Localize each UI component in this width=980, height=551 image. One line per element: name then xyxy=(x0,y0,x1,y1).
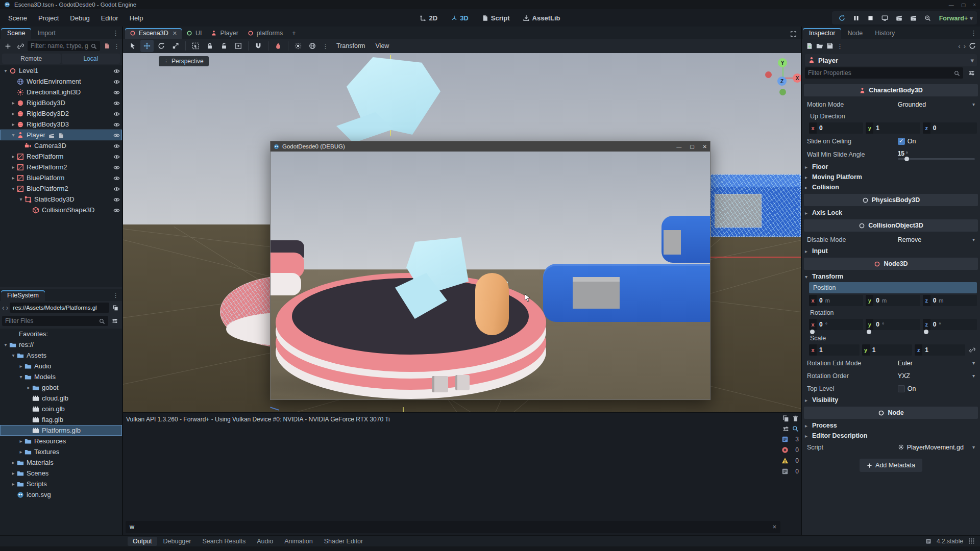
group-node-button[interactable] xyxy=(232,40,245,52)
workspace-tab-assetlib[interactable]: AssetLib xyxy=(519,13,565,23)
renderer-selector[interactable]: Forward+ ▾ xyxy=(939,14,973,22)
output-clear-button[interactable] xyxy=(792,415,799,422)
menu-debug[interactable]: Debug xyxy=(65,13,94,23)
tree-arrow-icon[interactable]: ▸ xyxy=(10,460,17,465)
instance-scene-button[interactable] xyxy=(15,40,26,52)
tree-item-redplatform2[interactable]: ▸ RedPlatform2 xyxy=(0,162,122,172)
tree-item-rigidbody3d3[interactable]: ▸ RigidBody3D3 xyxy=(0,119,122,130)
output-collapse-button[interactable] xyxy=(782,425,789,432)
bottom-tab-shader-editor[interactable]: Shader Editor xyxy=(319,537,368,546)
new-resource-button[interactable] xyxy=(806,42,813,49)
add-metadata-button[interactable]: Add Metadata xyxy=(860,459,922,472)
output-filter-clear-icon[interactable]: × xyxy=(773,523,776,531)
fs-path-field[interactable]: res://Assets/Models/Platforms.gl xyxy=(10,303,109,313)
group-axis-lock[interactable]: ▸Axis Lock xyxy=(803,208,979,218)
tab-filesystem[interactable]: FileSystem xyxy=(1,290,45,301)
lock-node-button[interactable] xyxy=(203,40,216,52)
tree-item-favorites[interactable]: Favorites: xyxy=(0,329,122,339)
tree-item-worldenvironment[interactable]: WorldEnvironment xyxy=(0,76,122,87)
tree-arrow-icon[interactable]: ▸ xyxy=(17,438,24,444)
visibility-eye-icon[interactable] xyxy=(113,153,120,160)
visibility-eye-icon[interactable] xyxy=(113,120,120,128)
tree-item-rigidbody3d2[interactable]: ▸ RigidBody3D2 xyxy=(0,108,122,119)
play-custom-scene-button[interactable] xyxy=(908,12,920,23)
tree-item-materials[interactable]: ▸ Materials xyxy=(0,457,122,468)
inspector-tab-history[interactable]: History xyxy=(869,28,901,39)
tree-arrow-icon[interactable]: ▸ xyxy=(17,363,24,369)
remote-debug-button[interactable] xyxy=(879,12,891,23)
tree-item-icon-svg[interactable]: icon.svg xyxy=(0,489,122,500)
window-close-button[interactable]: × xyxy=(973,2,976,8)
y-value-field[interactable]: y1 xyxy=(866,122,920,134)
bottom-tab-audio[interactable]: Audio xyxy=(252,537,278,546)
filter-node-type-button[interactable] xyxy=(102,40,112,52)
visibility-eye-icon[interactable] xyxy=(113,88,120,96)
paint-tool[interactable] xyxy=(272,40,285,52)
dropdown-motion-mode[interactable]: Grounded▾ xyxy=(898,101,975,108)
rotate-tool[interactable] xyxy=(155,40,168,52)
tree-arrow-icon[interactable]: ▾ xyxy=(17,196,24,202)
fs-split-mode-button[interactable] xyxy=(111,303,120,313)
property-tools-button[interactable] xyxy=(966,67,977,79)
preview-sunlight-toggle[interactable] xyxy=(291,40,305,52)
tree-item-assets[interactable]: ▾ Assets xyxy=(0,350,122,361)
group-editor-description[interactable]: ▸Editor Description xyxy=(803,431,979,441)
layout-grid-icon[interactable] xyxy=(968,538,975,544)
checkbox-slide-on-ceiling[interactable]: ✓ xyxy=(898,138,905,145)
tree-item-cloud-glb[interactable]: cloud.glb xyxy=(0,393,122,404)
game-debug-window[interactable]: GodotDesde0 (DEBUG) — ▢ ✕ xyxy=(270,141,710,400)
perspective-menu-button[interactable]: ⋮ Perspective xyxy=(159,56,209,66)
tree-item-player[interactable]: ▾ Player xyxy=(0,130,122,140)
script-selector[interactable]: PlayerMovement.gd▾ xyxy=(898,444,975,451)
bottom-tab-debugger[interactable]: Debugger xyxy=(158,537,197,546)
inspector-menu-icon[interactable]: ⋮ xyxy=(970,29,977,37)
tree-arrow-icon[interactable]: ▸ xyxy=(10,154,17,159)
view-menu[interactable]: View xyxy=(371,41,394,51)
tree-arrow-icon[interactable]: ▸ xyxy=(17,449,24,455)
tree-item-resources[interactable]: ▸ Resources xyxy=(0,436,122,446)
new-scene-tab-button[interactable]: + xyxy=(287,28,300,39)
visibility-eye-icon[interactable] xyxy=(113,131,120,139)
property-position[interactable]: Position xyxy=(809,282,977,293)
category-collisionobject3d[interactable]: CollisionObject3D xyxy=(804,219,978,232)
bottom-tab-search-results[interactable]: Search Results xyxy=(197,537,251,546)
menu-project[interactable]: Project xyxy=(33,13,64,23)
group-floor[interactable]: ▸Floor xyxy=(803,162,979,172)
z-value-field[interactable]: z0° xyxy=(923,319,977,330)
tree-arrow-icon[interactable]: ▸ xyxy=(10,164,17,170)
transform-menu[interactable]: Transform xyxy=(332,41,370,51)
category-node3d[interactable]: Node3D xyxy=(804,258,978,270)
scene-tab-platforms[interactable]: platforms xyxy=(243,28,287,39)
y-value-field[interactable]: y1 xyxy=(862,344,913,356)
tree-item-level1[interactable]: ▾ Level1 xyxy=(0,65,122,76)
tree-item-collisionshape3d[interactable]: CollisionShape3D xyxy=(0,205,122,215)
list-select-tool[interactable] xyxy=(189,40,202,52)
output-copy-button[interactable] xyxy=(782,415,789,422)
menu-editor[interactable]: Editor xyxy=(96,13,124,23)
tree-item-audio[interactable]: ▸ Audio xyxy=(0,361,122,371)
stop-button[interactable] xyxy=(865,12,877,23)
scene-tab-ui[interactable]: UI xyxy=(182,28,207,39)
gizmo-y-axis[interactable]: Y xyxy=(778,58,787,67)
slider-wall-min-slide-angle[interactable]: 15 ° xyxy=(898,150,975,160)
tab-scene[interactable]: Scene xyxy=(1,28,31,39)
workspace-tab-script[interactable]: Script xyxy=(478,13,514,23)
tree-item-staticbody3d[interactable]: ▾ StaticBody3D xyxy=(0,194,122,205)
workspace-tab-2d[interactable]: 2D xyxy=(416,13,442,23)
game-close-button[interactable]: ✕ xyxy=(703,144,707,149)
visibility-eye-icon[interactable] xyxy=(113,195,120,203)
movie-maker-button[interactable] xyxy=(922,12,934,23)
history-back-button[interactable]: ‹ xyxy=(958,42,960,50)
tree-item-platforms-glb[interactable]: Platforms.glb xyxy=(0,425,122,436)
menu-help[interactable]: Help xyxy=(125,13,149,23)
tree-item-gobot[interactable]: ▸ gobot xyxy=(0,382,122,393)
group-collision[interactable]: ▸Collision xyxy=(803,182,979,192)
group-transform[interactable]: ▾Transform xyxy=(803,271,979,282)
dropdown-rotation-edit-mode[interactable]: Euler▾ xyxy=(898,360,975,367)
link-scale-icon[interactable] xyxy=(968,344,977,356)
x-value-field[interactable]: x0° xyxy=(809,319,863,330)
tree-item-directionallight3d[interactable]: DirectionalLight3D xyxy=(0,87,122,97)
fs-forward-button[interactable]: › xyxy=(6,304,9,312)
workspace-tab-3d[interactable]: 3D xyxy=(447,13,473,23)
dropdown-rotation-order[interactable]: YXZ▾ xyxy=(898,372,975,380)
